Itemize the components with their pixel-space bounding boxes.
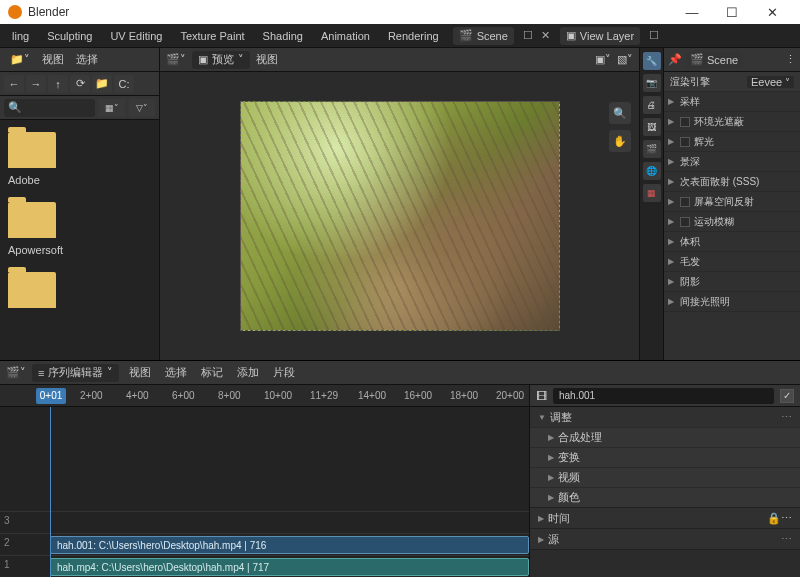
- folder-item[interactable]: Apowersoft: [8, 202, 151, 256]
- maximize-button[interactable]: ☐: [712, 0, 752, 24]
- gizmo-toggle-icon[interactable]: ▧˅: [617, 53, 633, 66]
- channel-row[interactable]: 1 hah.mp4: C:\Users\hero\Desktop\hah.mp4…: [0, 555, 529, 577]
- new-scene-button[interactable]: ☐: [520, 28, 536, 44]
- property-item[interactable]: ▶间接光照明: [664, 292, 800, 312]
- search-input[interactable]: 🔍: [4, 99, 95, 117]
- ruler-tick: 4+00: [126, 390, 149, 401]
- nav-newfolder-button[interactable]: 📁: [92, 75, 112, 93]
- section-item[interactable]: ▶变换: [530, 447, 800, 467]
- playhead-indicator[interactable]: 0+01: [36, 388, 66, 404]
- sequencer-mode-select[interactable]: ≡ 序列编辑器 ˅: [32, 364, 119, 382]
- delete-scene-button[interactable]: ✕: [538, 28, 554, 44]
- new-viewlayer-button[interactable]: ☐: [646, 28, 662, 44]
- property-checkbox[interactable]: [680, 137, 690, 147]
- minimize-button[interactable]: —: [672, 0, 712, 24]
- property-item[interactable]: ▶次表面散射 (SSS): [664, 172, 800, 192]
- playhead-line[interactable]: [50, 407, 51, 577]
- scene-selector[interactable]: 🎬 Scene: [453, 27, 514, 45]
- preview-menu-view[interactable]: 视图: [256, 52, 278, 67]
- engine-select[interactable]: Eevee ˅: [747, 76, 794, 88]
- channel-row[interactable]: 3: [0, 511, 529, 533]
- strip-name-input[interactable]: hah.001: [553, 388, 774, 404]
- lock-icon[interactable]: 🔒⋯: [767, 512, 792, 525]
- viewlayer-selector[interactable]: ▣ View Layer: [560, 27, 640, 45]
- property-item[interactable]: ▶运动模糊: [664, 212, 800, 232]
- vse-menu-select[interactable]: 选择: [161, 365, 191, 380]
- property-checkbox[interactable]: [680, 217, 690, 227]
- filebrowser-menu-select[interactable]: 选择: [72, 52, 102, 67]
- pan-icon[interactable]: ✋: [609, 130, 631, 152]
- editor-type-icon[interactable]: 📁˅: [6, 53, 34, 66]
- tab-world[interactable]: 🌐: [643, 162, 661, 180]
- editor-type-icon[interactable]: 🎬˅: [166, 53, 186, 66]
- workspace-tab[interactable]: Texture Paint: [172, 25, 252, 47]
- workspace-tab[interactable]: Sculpting: [39, 25, 100, 47]
- strip-enable-checkbox[interactable]: ✓: [780, 389, 794, 403]
- filebrowser-menu-view[interactable]: 视图: [38, 52, 68, 67]
- nav-refresh-button[interactable]: ⟳: [70, 75, 90, 93]
- scene-datablock[interactable]: 🎬 Scene: [686, 52, 742, 68]
- tab-texture[interactable]: ▦: [643, 184, 661, 202]
- workspace-tab[interactable]: Rendering: [380, 25, 447, 47]
- property-item[interactable]: ▶辉光: [664, 132, 800, 152]
- timeline[interactable]: 0+01 2+00 4+00 6+00 8+00 10+00 11+29 14+…: [0, 385, 530, 577]
- scene-icon: 🎬: [459, 29, 473, 42]
- close-button[interactable]: ✕: [752, 0, 792, 24]
- tab-output[interactable]: 📷: [643, 74, 661, 92]
- zoom-icon[interactable]: 🔍: [609, 102, 631, 124]
- property-item[interactable]: ▶采样: [664, 92, 800, 112]
- display-mode-button[interactable]: ▦˅: [99, 99, 125, 117]
- property-item[interactable]: ▶屏幕空间反射: [664, 192, 800, 212]
- section-item[interactable]: ▶颜色: [530, 487, 800, 507]
- nav-up-button[interactable]: ↑: [48, 75, 68, 93]
- property-checkbox[interactable]: [680, 197, 690, 207]
- folder-item[interactable]: [8, 272, 151, 308]
- file-browser-panel: 📁˅ 视图 选择 ← → ↑ ⟳ 📁 C: 🔍 ▦˅ ▽˅ Adobe Apow…: [0, 48, 160, 360]
- workspace-tab[interactable]: UV Editing: [102, 25, 170, 47]
- nav-back-button[interactable]: ←: [4, 75, 24, 93]
- channel-row[interactable]: 2 hah.001: C:\Users\hero\Desktop\hah.mp4…: [0, 533, 529, 555]
- property-item[interactable]: ▶环境光遮蔽: [664, 112, 800, 132]
- vse-menu-mark[interactable]: 标记: [197, 365, 227, 380]
- folder-item[interactable]: Adobe: [8, 132, 151, 186]
- workspace-tab[interactable]: Shading: [255, 25, 311, 47]
- overlay-toggle-icon[interactable]: ▣˅: [595, 53, 611, 66]
- property-checkbox[interactable]: [680, 117, 690, 127]
- editor-type-icon[interactable]: 🎬˅: [6, 366, 26, 379]
- workspace-tab[interactable]: ling: [4, 25, 37, 47]
- property-item[interactable]: ▶体积: [664, 232, 800, 252]
- path-input-button[interactable]: C:: [114, 75, 134, 93]
- preview-mode-select[interactable]: ▣ 预览 ˅: [192, 51, 250, 69]
- filter-button[interactable]: ▽˅: [129, 99, 155, 117]
- chevron-right-icon: ▶: [548, 453, 554, 462]
- filebrowser-content[interactable]: Adobe Apowersoft: [0, 120, 159, 360]
- video-strip[interactable]: hah.001: C:\Users\hero\Desktop\hah.mp4 |…: [50, 536, 529, 554]
- tab-print[interactable]: 🖨: [643, 96, 661, 114]
- property-item[interactable]: ▶景深: [664, 152, 800, 172]
- vse-menu-add[interactable]: 添加: [233, 365, 263, 380]
- options-icon[interactable]: ⋮: [785, 53, 796, 66]
- section-header[interactable]: ▼调整⋯: [530, 407, 800, 427]
- chevron-right-icon: ▶: [538, 514, 544, 523]
- tab-scene[interactable]: 🎬: [643, 140, 661, 158]
- section-header[interactable]: ▶时间🔒⋯: [530, 508, 800, 528]
- section-item[interactable]: ▶视频: [530, 467, 800, 487]
- timeline-tracks[interactable]: 3 2 hah.001: C:\Users\hero\Desktop\hah.m…: [0, 407, 529, 577]
- chevron-right-icon: ▶: [548, 473, 554, 482]
- tab-render[interactable]: 🔧: [643, 52, 661, 70]
- property-item[interactable]: ▶毛发: [664, 252, 800, 272]
- folder-icon: [8, 272, 56, 308]
- preview-viewport[interactable]: 🔍 ✋: [160, 72, 639, 360]
- property-label: 体积: [680, 235, 700, 249]
- property-item[interactable]: ▶阴影: [664, 272, 800, 292]
- workspace-tab[interactable]: Animation: [313, 25, 378, 47]
- pin-icon[interactable]: 📌: [668, 53, 682, 66]
- section-header[interactable]: ▶源⋯: [530, 529, 800, 549]
- tab-viewlayer[interactable]: 🖼: [643, 118, 661, 136]
- vse-menu-strip[interactable]: 片段: [269, 365, 299, 380]
- timeline-ruler[interactable]: 0+01 2+00 4+00 6+00 8+00 10+00 11+29 14+…: [0, 385, 529, 407]
- video-strip[interactable]: hah.mp4: C:\Users\hero\Desktop\hah.mp4 |…: [50, 558, 529, 576]
- section-item[interactable]: ▶合成处理: [530, 427, 800, 447]
- vse-menu-view[interactable]: 视图: [125, 365, 155, 380]
- nav-forward-button[interactable]: →: [26, 75, 46, 93]
